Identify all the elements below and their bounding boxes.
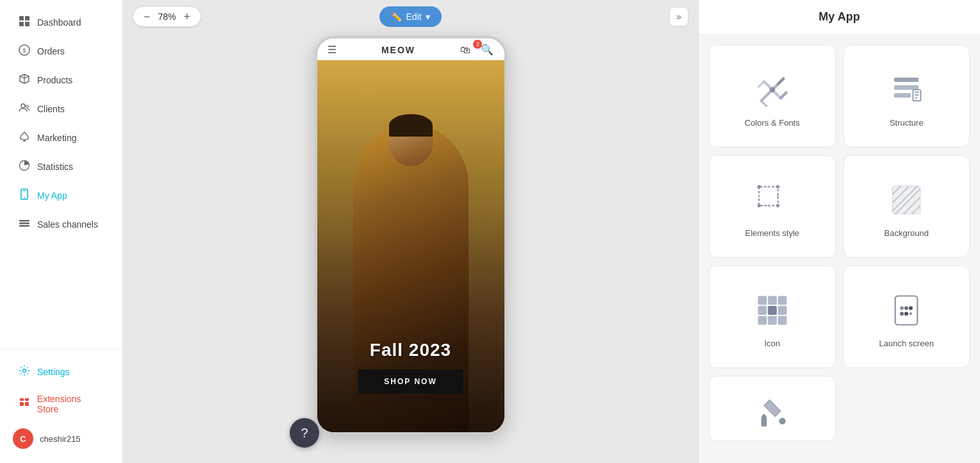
- avatar: C: [13, 428, 33, 449]
- svg-rect-0: [19, 16, 24, 21]
- zoom-in-button[interactable]: +: [183, 11, 192, 22]
- elements-style-icon: [753, 181, 792, 219]
- sidebar-item-label: Extensions Store: [37, 394, 104, 414]
- phone-action-icons: 🛍 2 🔍: [460, 44, 494, 56]
- sales-channels-icon: [18, 217, 31, 232]
- svg-point-61: [904, 306, 908, 310]
- svg-rect-19: [25, 398, 29, 401]
- orders-icon: $: [18, 44, 31, 58]
- svg-rect-3: [25, 22, 29, 26]
- colors-fonts-icon: [753, 71, 792, 109]
- svg-point-64: [904, 312, 908, 316]
- svg-rect-52: [777, 296, 786, 305]
- sidebar-item-extensions[interactable]: Extensions Store: [5, 387, 117, 421]
- zoom-out-button[interactable]: −: [142, 11, 152, 22]
- sidebar-item-products[interactable]: Products: [5, 66, 117, 94]
- sidebar-bottom: Settings Extensions Store C cheshir215: [0, 349, 122, 463]
- svg-text:$: $: [22, 47, 26, 54]
- svg-line-21: [761, 101, 767, 106]
- cart-icon: 🛍: [460, 44, 470, 56]
- svg-rect-12: [19, 220, 29, 222]
- help-button[interactable]: ?: [290, 418, 319, 448]
- launch-screen-icon: [887, 291, 926, 330]
- sidebar-item-label: Marketing: [37, 133, 76, 143]
- sidebar-item-statistics[interactable]: Statistics: [5, 153, 117, 181]
- svg-point-37: [757, 204, 760, 207]
- dashboard-icon: [18, 15, 31, 29]
- background-label: Background: [884, 228, 929, 238]
- svg-point-11: [24, 198, 25, 199]
- svg-point-40: [767, 204, 769, 206]
- launch-screen-label: Launch screen: [879, 339, 934, 348]
- svg-rect-28: [894, 85, 918, 90]
- svg-rect-33: [915, 97, 917, 99]
- svg-rect-34: [759, 187, 777, 205]
- sidebar-item-label: Sales channels: [37, 219, 98, 230]
- zoom-value: 78%: [158, 12, 176, 22]
- svg-point-62: [909, 306, 913, 310]
- svg-rect-18: [20, 398, 24, 401]
- svg-point-66: [779, 417, 785, 424]
- panel-card-structure[interactable]: Structure: [843, 45, 970, 147]
- sidebar-item-label: Clients: [37, 104, 65, 114]
- svg-point-65: [909, 312, 912, 315]
- phone-menu-icon: ☰: [328, 44, 336, 56]
- panel-card-background[interactable]: Background: [843, 155, 970, 258]
- statistics-icon: [18, 160, 31, 174]
- panel-grid: Colors & Fonts Structure: [699, 35, 980, 451]
- colors-fonts-label: Colors & Fonts: [745, 118, 800, 128]
- svg-point-42: [777, 195, 779, 197]
- svg-rect-14: [19, 225, 29, 227]
- svg-point-36: [776, 185, 779, 188]
- edit-button[interactable]: ✏️ Edit ▾: [379, 6, 441, 27]
- panel-card-launch-screen[interactable]: Launch screen: [843, 265, 970, 368]
- panel-card-icon[interactable]: Icon: [709, 265, 836, 368]
- my-app-icon: [18, 189, 31, 203]
- svg-rect-13: [19, 223, 29, 224]
- svg-point-6: [21, 104, 25, 108]
- user-row[interactable]: C cheshir215: [0, 422, 122, 455]
- phone-nav-bar: ☰ MEOW 🛍 2 🔍: [317, 38, 504, 60]
- background-icon: [887, 181, 926, 219]
- svg-point-15: [23, 369, 26, 373]
- icon-card-icon: [753, 291, 792, 330]
- username: cheshir215: [40, 434, 81, 444]
- svg-rect-29: [894, 93, 911, 97]
- sidebar-item-my-app[interactable]: My App: [5, 181, 117, 210]
- svg-point-60: [900, 306, 904, 310]
- collapse-panel-button[interactable]: »: [670, 8, 688, 26]
- svg-rect-32: [915, 94, 919, 96]
- sidebar-item-clients[interactable]: Clients: [5, 95, 117, 123]
- panel-card-paint[interactable]: [709, 376, 836, 441]
- shop-now-button[interactable]: SHOP NOW: [358, 369, 462, 394]
- sidebar-item-sales-channels[interactable]: Sales channels: [5, 210, 117, 239]
- elements-style-label: Elements style: [745, 228, 799, 238]
- phone-hero: Fall 2023 SHOP NOW: [317, 60, 504, 432]
- canvas-area: − 78% + ✏️ Edit ▾ » ☰ MEOW 🛍 2 🔍: [123, 0, 698, 463]
- sidebar: Dashboard $ Orders Products Clients: [0, 0, 123, 463]
- sidebar-item-label: Settings: [37, 367, 70, 377]
- sidebar-item-label: Statistics: [37, 162, 73, 172]
- panel-card-elements-style[interactable]: Elements style: [709, 155, 836, 258]
- settings-icon: [18, 365, 31, 379]
- svg-point-7: [26, 105, 28, 108]
- sidebar-item-marketing[interactable]: Marketing: [5, 124, 117, 152]
- icon-label: Icon: [764, 339, 780, 348]
- svg-rect-53: [758, 306, 767, 315]
- svg-line-22: [777, 78, 783, 84]
- sidebar-item-orders[interactable]: $ Orders: [5, 37, 117, 65]
- structure-label: Structure: [890, 118, 924, 128]
- sidebar-item-dashboard[interactable]: Dashboard: [5, 8, 117, 37]
- right-panel-title: My App: [818, 10, 860, 24]
- panel-card-colors-fonts[interactable]: Colors & Fonts: [709, 45, 836, 147]
- phone-mockup: ☰ MEOW 🛍 2 🔍 Fall 2023 SHOP NOW: [315, 36, 507, 435]
- svg-rect-56: [758, 316, 767, 324]
- sidebar-item-settings[interactable]: Settings: [5, 358, 117, 386]
- search-icon: 🔍: [481, 44, 494, 56]
- canvas-toolbar: − 78% + ✏️ Edit ▾ »: [123, 0, 698, 33]
- svg-rect-2: [19, 22, 24, 26]
- svg-rect-1: [25, 16, 29, 21]
- svg-point-38: [776, 204, 779, 207]
- svg-line-24: [758, 81, 764, 87]
- edit-pencil-icon: ✏️: [391, 12, 402, 22]
